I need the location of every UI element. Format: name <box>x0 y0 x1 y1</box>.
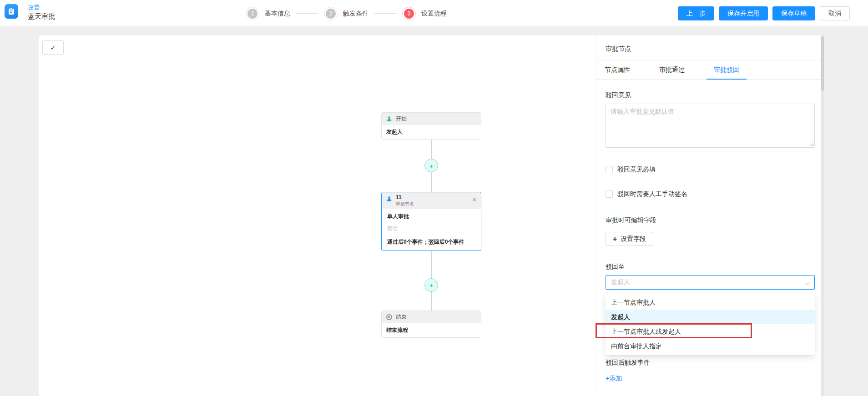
chevron-down-icon <box>804 280 809 285</box>
flow-column: 开始 发起人 + 11 审批节点 × <box>381 112 481 338</box>
reject-to-selected-value: 发起人 <box>611 278 801 286</box>
step-1-circle: 1 <box>246 7 259 20</box>
checkbox-icon[interactable] <box>606 190 613 198</box>
dropdown-option-initiator[interactable]: 发起人 <box>606 310 815 324</box>
approval-node[interactable]: 11 审批节点 × 单人审批 蔡壮 通过后0个事件；驳回后0个事件 <box>381 192 481 251</box>
add-event-link[interactable]: +添加 <box>606 375 622 383</box>
approval-events-summary: 通过后0个事件；驳回后0个事件 <box>387 238 475 246</box>
step-1-label: 基本信息 <box>265 10 290 18</box>
reject-to-select[interactable]: 发起人 <box>606 275 815 290</box>
dropdown-option-prev-node-approver[interactable]: 上一节点审批人 <box>606 295 815 310</box>
tab-approval-pass[interactable]: 审批通过 <box>652 60 692 79</box>
step-3-circle: 3 <box>402 7 416 20</box>
end-node-header: 结束 <box>382 311 481 323</box>
panel-title: 审批节点 <box>606 45 815 53</box>
dropdown-option-prev-approver-or-initiator[interactable]: 上一节点审批人或发起人 <box>606 324 815 339</box>
start-node-header: 开始 <box>382 113 481 125</box>
checkbox-label: 驳回意见必填 <box>617 165 656 174</box>
approval-node-id: 11 <box>396 194 402 201</box>
add-node-button[interactable]: + <box>424 159 438 172</box>
panel-scrollbar[interactable] <box>821 35 824 396</box>
add-node-button[interactable]: + <box>424 278 438 292</box>
cancel-button[interactable]: 取消 <box>820 6 850 20</box>
step-trigger-condition[interactable]: 2 触发条件 <box>324 7 368 20</box>
end-node-title: 结束 <box>396 313 407 321</box>
tab-node-properties[interactable]: 节点属性 <box>597 60 637 79</box>
end-node-body: 结束流程 <box>382 323 481 337</box>
person-icon <box>386 196 392 203</box>
app-clipboard-icon <box>5 4 18 19</box>
start-node-body: 发起人 <box>382 125 481 139</box>
power-icon <box>386 314 392 320</box>
start-node[interactable]: 开始 发起人 <box>381 112 481 140</box>
tab-approval-reject[interactable]: 审批驳回 <box>707 60 747 79</box>
approval-assignee: 蔡壮 <box>387 225 475 233</box>
top-header: 设置 蓝天审批 1 基本信息 2 触发条件 3 设置流程 上一步 保存并启用 <box>0 0 868 27</box>
reject-to-dropdown: 上一节点审批人 发起人 上一节点审批人或发起人 由前台审批人指定 <box>606 293 815 355</box>
step-2-circle: 2 <box>324 7 338 20</box>
person-icon <box>386 116 392 122</box>
set-fields-button[interactable]: + 设置字段 <box>606 232 653 246</box>
end-node[interactable]: 结束 结束流程 <box>381 311 481 338</box>
step-connector <box>374 13 397 14</box>
step-connector <box>296 13 318 14</box>
plus-icon: + <box>429 162 434 170</box>
step-3-label: 设置流程 <box>421 10 447 18</box>
dropdown-option-frontend-approver-assign[interactable]: 由前台审批人指定 <box>606 339 815 353</box>
prev-step-button[interactable]: 上一步 <box>678 6 714 20</box>
approval-node-body: 单人审批 蔡壮 通过后0个事件；驳回后0个事件 <box>382 209 481 251</box>
reject-opinion-textarea[interactable] <box>606 104 815 148</box>
step-basic-info[interactable]: 1 基本信息 <box>246 7 290 20</box>
wizard-steps: 1 基本信息 2 触发条件 3 设置流程 <box>246 0 447 27</box>
plus-icon: + <box>613 235 617 243</box>
approval-node-header: 11 审批节点 × <box>382 192 481 209</box>
panel-tabs: 节点属性 审批通过 审批驳回 <box>596 60 824 80</box>
approval-mode: 单人审批 <box>387 213 475 221</box>
settings-link[interactable]: 设置 <box>28 4 55 11</box>
reject-to-label: 驳回至 <box>606 263 816 271</box>
save-draft-button[interactable]: 保存草稿 <box>772 6 815 20</box>
checkbox-label: 驳回时需要人工手动签名 <box>617 190 687 198</box>
check-icon: ✓ <box>50 44 56 52</box>
reject-opinion-required-checkbox[interactable]: 驳回意见必填 <box>606 165 816 174</box>
step-setup-process[interactable]: 3 设置流程 <box>402 7 447 20</box>
step-2-label: 触发条件 <box>343 10 368 18</box>
checkbox-icon[interactable] <box>606 166 613 173</box>
manual-signature-checkbox[interactable]: 驳回时需要人工手动签名 <box>606 190 816 198</box>
plus-icon: + <box>429 281 434 289</box>
editable-fields-label: 审批时可编辑字段 <box>606 216 816 225</box>
validate-flow-button[interactable]: ✓ <box>42 40 64 55</box>
approval-node-type: 审批节点 <box>396 201 472 207</box>
reject-opinion-label: 驳回意见 <box>606 91 816 100</box>
page-title: 蓝天审批 <box>28 12 55 20</box>
node-settings-panel: 审批节点 节点属性 审批通过 审批驳回 驳回意见 驳回意见必填 驳回时需要人工手… <box>596 35 824 396</box>
after-reject-events-label: 驳回后触发事件 <box>606 359 816 367</box>
close-icon[interactable]: × <box>472 196 476 203</box>
connector: + <box>381 251 481 311</box>
start-node-title: 开始 <box>396 115 407 123</box>
scrollbar-thumb[interactable] <box>821 36 824 91</box>
save-and-enable-button[interactable]: 保存并启用 <box>719 6 768 20</box>
flow-canvas[interactable]: ✓ 开始 发起人 + <box>39 35 596 396</box>
brand: 设置 蓝天审批 <box>5 4 55 21</box>
connector: + <box>381 140 481 192</box>
